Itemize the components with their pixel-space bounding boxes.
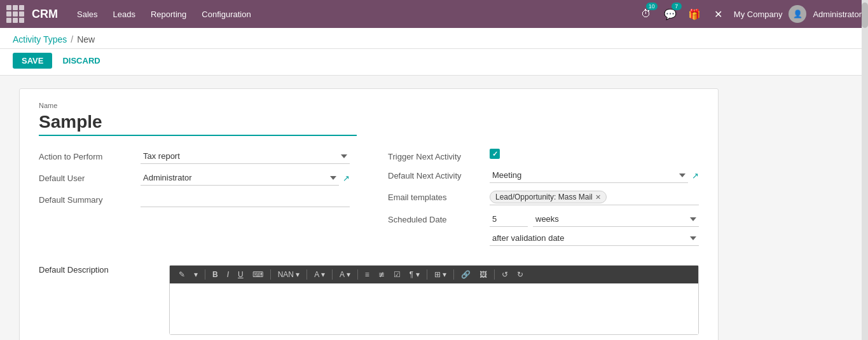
name-value: Sample [39, 112, 357, 136]
form-card: Name Sample Action to Perform Tax report [19, 88, 719, 340]
sched-row: weeks [490, 212, 699, 227]
email-templates-label: Email templates [388, 189, 490, 202]
menu-reporting[interactable]: Reporting [144, 7, 193, 22]
tb-underline[interactable]: U [234, 268, 247, 281]
default-user-label: Default User [39, 170, 141, 183]
breadcrumb: Activity Types / New [0, 28, 868, 49]
desc-editor-col: ✎ ▾ B I U ⌨ NAN ▾ A ▾ A ▾ ≡ [169, 265, 699, 335]
default-user-ext-icon[interactable]: ↗ [343, 173, 350, 183]
tb-font[interactable]: NAN ▾ [274, 268, 304, 281]
top-menu: Sales Leads Reporting Configuration [71, 7, 633, 22]
action-field-row: Action to Perform Tax report [39, 149, 350, 164]
breadcrumb-parent[interactable]: Activity Types [13, 34, 67, 44]
name-label: Name [39, 102, 699, 109]
editor-wrap: ✎ ▾ B I U ⌨ NAN ▾ A ▾ A ▾ ≡ [169, 265, 699, 335]
trigger-row: Trigger Next Activity [388, 149, 699, 161]
default-user-select[interactable]: Administrator [141, 170, 339, 186]
action-bar: SAVE DISCARD [0, 49, 868, 76]
action-field: Tax report [141, 149, 350, 164]
save-button[interactable]: SAVE [13, 53, 52, 69]
tb-eraser[interactable]: ⌨ [249, 268, 267, 281]
tb-link[interactable]: 🔗 [457, 268, 474, 281]
tb-sep-3 [307, 269, 307, 280]
action-label: Action to Perform [39, 149, 141, 161]
action-select[interactable]: Tax report [141, 149, 350, 164]
email-templates-input[interactable]: Lead/Opportunity: Mass Mail ✕ [490, 189, 699, 205]
desc-section: Default Description ✎ ▾ B I U ⌨ NAN ▾ [39, 265, 699, 335]
trigger-label: Trigger Next Activity [388, 149, 490, 161]
scheduled-when-select[interactable]: after validation date [490, 231, 699, 246]
company-label[interactable]: My Company [734, 10, 783, 19]
username-label[interactable]: Administrator [813, 10, 862, 19]
tb-pencil[interactable]: ✎ [175, 268, 189, 281]
tb-undo[interactable]: ↺ [498, 268, 512, 281]
tb-sep-6 [427, 269, 427, 280]
tb-ol[interactable]: ≢ [375, 268, 389, 281]
tb-sep-8 [494, 269, 495, 280]
default-next-field: Meeting ↗ [490, 168, 699, 183]
discard-button[interactable]: DISCARD [57, 53, 105, 69]
breadcrumb-separator: / [71, 34, 73, 44]
clock-icon-btn[interactable]: ⏱ 10 [637, 5, 655, 23]
tb-pencil-arrow[interactable]: ▾ [190, 268, 202, 281]
email-templates-field: Lead/Opportunity: Mass Mail ✕ [490, 189, 699, 205]
email-templates-row: Email templates Lead/Opportunity: Mass M… [388, 189, 699, 205]
scrollbar-thumb [862, 3, 868, 28]
tb-sep-5 [357, 269, 358, 280]
apps-icon[interactable] [6, 5, 24, 23]
breadcrumb-current: New [77, 34, 95, 44]
email-template-tag-remove[interactable]: ✕ [595, 193, 601, 201]
topnav-right: ⏱ 10 💬 7 🎁 ✕ My Company 👤 Administrator [637, 5, 862, 23]
app-logo: CRM [32, 8, 58, 21]
tb-table[interactable]: ⊞ ▾ [431, 268, 450, 281]
scheduled-num-input[interactable] [490, 212, 528, 227]
default-summary-field [141, 192, 350, 207]
tb-para[interactable]: ¶ ▾ [406, 268, 424, 281]
scheduled-unit-select[interactable]: weeks [533, 212, 699, 227]
right-fields: Trigger Next Activity Default Next Activ… [388, 149, 699, 252]
default-user-row: Default User Administrator ↗ [39, 170, 350, 186]
main-content: Name Sample Action to Perform Tax report [0, 76, 868, 340]
default-user-field: Administrator ↗ [141, 170, 350, 186]
tb-sep-2 [270, 269, 271, 280]
menu-leads[interactable]: Leads [107, 7, 142, 22]
email-template-tag: Lead/Opportunity: Mass Mail ✕ [490, 191, 607, 203]
default-summary-row: Default Summary [39, 192, 350, 207]
desc-label-col: Default Description [39, 265, 131, 335]
tb-ul[interactable]: ≡ [361, 268, 373, 281]
scheduled-date-row: Scheduled Date weeks after validation da… [388, 212, 699, 246]
tb-font-size[interactable]: A ▾ [310, 268, 329, 281]
menu-sales[interactable]: Sales [71, 7, 104, 22]
menu-configuration[interactable]: Configuration [195, 7, 257, 22]
default-summary-label: Default Summary [39, 192, 141, 205]
tb-sep-1 [205, 269, 205, 280]
editor-toolbar: ✎ ▾ B I U ⌨ NAN ▾ A ▾ A ▾ ≡ [170, 266, 698, 283]
default-next-label: Default Next Activity [388, 168, 490, 180]
default-next-select[interactable]: Meeting [490, 168, 688, 183]
avatar[interactable]: 👤 [789, 5, 806, 23]
tb-redo[interactable]: ↻ [513, 268, 527, 281]
tb-bold[interactable]: B [209, 268, 222, 281]
left-fields: Action to Perform Tax report Default Use… [39, 149, 350, 252]
email-template-tag-label: Lead/Opportunity: Mass Mail [495, 193, 593, 201]
tb-sep-7 [453, 269, 454, 280]
trigger-field [490, 149, 699, 159]
scheduled-date-field: weeks after validation date [490, 212, 699, 246]
top-nav: CRM Sales Leads Reporting Configuration … [0, 0, 868, 28]
tb-check[interactable]: ☑ [390, 268, 404, 281]
default-next-ext-icon[interactable]: ↗ [692, 171, 699, 180]
clock-badge: 10 [646, 3, 658, 10]
trigger-checkbox[interactable] [490, 149, 500, 159]
tb-image[interactable]: 🖼 [476, 268, 491, 281]
tb-sep-4 [332, 269, 333, 280]
tb-color[interactable]: A ▾ [336, 268, 354, 281]
chat-icon-btn[interactable]: 💬 7 [661, 5, 679, 23]
gift-icon-btn[interactable]: 🎁 [685, 5, 703, 23]
tb-italic[interactable]: I [223, 268, 233, 281]
tool-icon-btn[interactable]: ✕ [710, 5, 727, 23]
fields-section: Action to Perform Tax report Default Use… [39, 149, 699, 252]
scrollbar[interactable] [862, 0, 868, 340]
editor-body[interactable] [170, 283, 698, 334]
scheduled-date-label: Scheduled Date [388, 212, 490, 224]
default-summary-input[interactable] [141, 192, 350, 207]
